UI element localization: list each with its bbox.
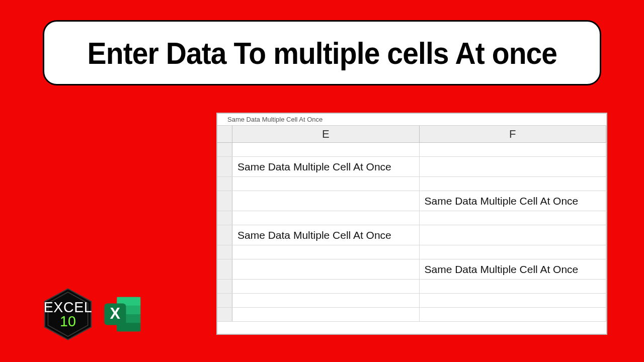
table-row [217, 245, 606, 259]
table-row: Same Data Multiple Cell At Once [217, 259, 606, 280]
cell[interactable]: Same Data Multiple Cell At Once [420, 259, 607, 279]
title-card: Enter Data To multiple cells At once [43, 20, 601, 85]
table-row: Same Data Multiple Cell At Once [217, 191, 606, 211]
table-row [217, 294, 606, 308]
row-header[interactable] [217, 157, 232, 176]
formula-bar-text: Same Data Multiple Cell At Once [227, 116, 323, 123]
cell[interactable] [420, 308, 607, 321]
cell[interactable] [420, 294, 607, 307]
cell-grid: Same Data Multiple Cell At Once Same Dat… [217, 143, 606, 322]
table-row: Same Data Multiple Cell At Once [217, 157, 606, 177]
cell[interactable] [232, 245, 420, 259]
formula-bar[interactable]: Same Data Multiple Cell At Once [217, 114, 606, 126]
table-row [217, 308, 606, 322]
table-row [217, 280, 606, 294]
column-header-row: E F [217, 126, 606, 143]
cell[interactable] [420, 211, 607, 225]
cell[interactable] [420, 157, 607, 176]
row-header[interactable] [217, 211, 232, 225]
cell[interactable] [420, 143, 607, 156]
table-row [217, 211, 606, 225]
row-header[interactable] [217, 177, 232, 191]
cell[interactable] [232, 211, 420, 225]
cell[interactable] [232, 143, 420, 156]
cell[interactable] [232, 177, 420, 191]
hex-text-line2: 10 [60, 313, 76, 329]
row-header[interactable] [217, 245, 232, 259]
table-row [217, 177, 606, 191]
excel-app-icon: X [101, 292, 146, 337]
row-header[interactable] [217, 294, 232, 307]
cell[interactable] [232, 294, 420, 307]
table-row [217, 143, 606, 157]
cell[interactable]: Same Data Multiple Cell At Once [232, 157, 420, 176]
excel-icon-letter: X [110, 305, 121, 322]
spreadsheet-panel: Same Data Multiple Cell At Once E F Same… [217, 113, 607, 334]
cell[interactable] [232, 308, 420, 321]
logo-cluster: EXCEL 10 X [40, 287, 146, 342]
table-row: Same Data Multiple Cell At Once [217, 225, 606, 245]
hex-badge: EXCEL 10 [40, 287, 96, 342]
row-header[interactable] [217, 259, 232, 279]
cell[interactable] [232, 280, 420, 293]
row-header[interactable] [217, 280, 232, 293]
cell[interactable] [232, 191, 420, 211]
row-header[interactable] [217, 308, 232, 321]
cell[interactable]: Same Data Multiple Cell At Once [420, 191, 607, 211]
column-header-F[interactable]: F [420, 126, 607, 142]
hex-text-line1: EXCEL [44, 299, 93, 315]
cell[interactable]: Same Data Multiple Cell At Once [232, 225, 420, 245]
row-header[interactable] [217, 143, 232, 156]
cell[interactable] [420, 225, 607, 245]
select-all-corner[interactable] [217, 126, 232, 142]
column-header-E[interactable]: E [232, 126, 420, 142]
row-header[interactable] [217, 191, 232, 211]
cell[interactable] [232, 259, 420, 279]
cell[interactable] [420, 280, 607, 293]
row-header[interactable] [217, 225, 232, 245]
cell[interactable] [420, 177, 607, 191]
cell[interactable] [420, 245, 607, 259]
page-title: Enter Data To multiple cells At once [87, 35, 557, 71]
